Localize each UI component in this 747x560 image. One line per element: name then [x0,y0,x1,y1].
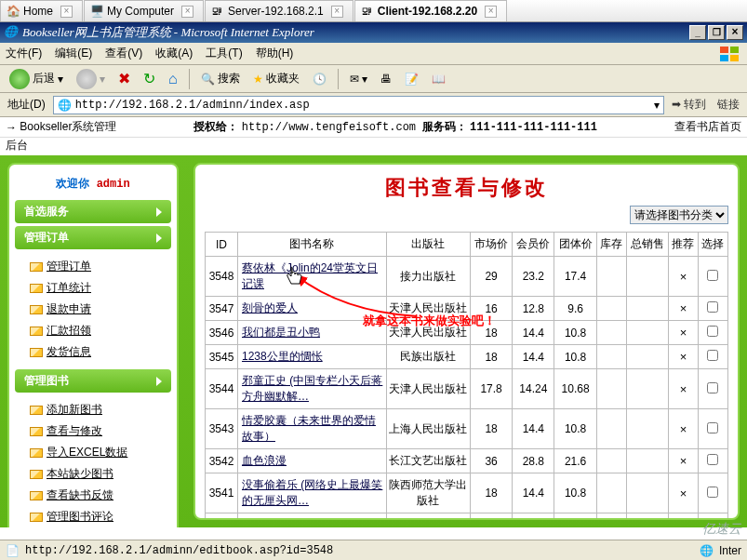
search-icon: 🔍 [201,73,215,86]
row-checkbox[interactable] [707,301,718,313]
tab-server[interactable]: 🖳 Server-192.168.2.1 × [205,0,353,21]
links-button[interactable]: 链接 [714,97,743,113]
book-link[interactable]: 1238公里的惆怅 [242,350,323,363]
sidebar-link[interactable]: 退款申请 [30,299,167,320]
address-input[interactable]: 🌐 http://192.168.2.1/adminn/index.asp ▾ [53,96,664,114]
cell-sel [698,513,727,521]
book-link[interactable]: 血色浪漫 [242,454,287,467]
history-button[interactable]: 🕓 [309,71,330,87]
x-icon[interactable]: × [680,382,687,396]
book-link[interactable]: 没事偷着乐 (网络史上最爆笑的无厘头网… [242,478,382,507]
book-link[interactable]: 刻骨的爱人 [242,301,298,314]
row-checkbox[interactable] [707,326,718,337]
research-button[interactable]: 📖 [428,71,449,87]
forward-button[interactable]: ▾ [73,67,109,91]
x-icon[interactable]: × [680,301,687,315]
mail-button[interactable]: ✉▾ [346,71,371,87]
search-button[interactable]: 🔍搜索 [197,69,244,88]
menu-tools[interactable]: 工具(T) [206,46,242,61]
book-link[interactable]: 时刻准备着（朱军自传：坦述自己的艺术… [242,518,376,520]
x-icon[interactable]: × [680,350,687,364]
cell-p3: 9.6 [554,297,596,321]
breadcrumb: → Bookseller系统管理 [6,119,116,135]
x-icon[interactable]: × [680,270,687,284]
print-button[interactable]: 🖶 [377,71,395,87]
menu-help[interactable]: 帮助(H) [256,46,294,61]
toolbar: 后退 ▾ ▾ ✖ ↻ ⌂ 🔍搜索 ★收藏夹 🕓 ✉▾ 🖶 📝 📖 [0,65,747,93]
cell-p3: 10.8 [554,473,596,513]
category-select[interactable]: 请选择图书分类 [630,206,728,224]
refresh-button[interactable]: ↻ [140,68,159,89]
server-icon: 🖳 [211,5,224,18]
table-row: 3547刻骨的爱人天津人民出版社1612.89.6× [206,297,728,321]
zone-text: Inter [719,544,741,557]
row-checkbox[interactable] [707,422,718,433]
tab-client[interactable]: 🖳 Client-192.168.2.20 × [354,0,507,21]
row-checkbox[interactable] [707,382,718,393]
row-checkbox[interactable] [707,350,718,361]
book-link[interactable]: 蔡依林《Jolin的24堂英文日记课 [242,261,378,290]
close-icon[interactable]: × [485,6,497,18]
cell-p1: 18 [470,409,512,449]
sidebar-link[interactable]: 添加新图书 [30,399,167,420]
back-button[interactable]: 后退 ▾ [6,67,67,91]
sidebar-link[interactable]: 订单统计 [30,277,167,299]
sidebar-btn-home[interactable]: 首选服务 [15,200,171,223]
cell-rec: × [668,369,698,409]
menu-file[interactable]: 文件(F) [6,46,42,61]
cell-sale [626,409,668,449]
favorites-button[interactable]: ★收藏夹 [249,69,303,88]
cell-pub: 接力出版社 [386,257,470,297]
book-link[interactable]: 我们都是丑小鸭 [242,326,320,339]
cell-sale [626,473,668,513]
sidebar-link[interactable]: 发货信息 [30,341,167,363]
book-link[interactable]: 邪童正史 (中国专栏小天后蒋方舟幽默解… [242,374,382,403]
menu-edit[interactable]: 编辑(E) [55,46,92,61]
close-icon[interactable]: × [181,6,193,18]
x-icon[interactable]: × [680,326,687,340]
menu-view[interactable]: 查看(V) [105,46,142,61]
th-sel: 选择 [698,233,727,257]
cell-p1: 29 [470,257,512,297]
th-rec: 推荐 [668,233,698,257]
sidebar-link[interactable]: 汇款招领 [30,320,167,341]
shop-link[interactable]: 查看书店首页 [674,119,741,135]
x-icon[interactable]: × [680,454,687,468]
menu-fav[interactable]: 收藏(A) [155,46,193,61]
chevron-down-icon[interactable]: ▾ [654,99,660,112]
x-icon[interactable]: × [680,422,687,436]
sidebar-link[interactable]: 管理订单 [30,256,167,277]
close-button[interactable]: × [727,25,743,40]
row-checkbox[interactable] [707,270,718,281]
go-button[interactable]: ➡ 转到 [668,97,710,113]
book-link[interactable]: 情爱胶囊（未来世界的爱情故事） [242,414,376,443]
maximize-button[interactable]: ❐ [708,25,725,40]
row-checkbox[interactable] [707,487,718,498]
cell-p2: 14.24 [513,369,554,409]
sidebar-link[interactable]: 导入EXCEL数据 [30,442,167,463]
tab-home[interactable]: 🏠 Home × [0,0,83,21]
x-icon[interactable]: × [680,487,687,500]
sidebar-btn-book[interactable]: 管理图书 [15,369,171,393]
sidebar-link[interactable]: 管理图书评论 [30,506,167,527]
home-button[interactable]: ⌂ [165,69,181,89]
sidebar-link[interactable]: 查看与修改 [30,420,167,442]
sidebar-btn-order[interactable]: 管理订单 [15,226,171,249]
cell-p2: 14.4 [513,409,554,449]
close-icon[interactable]: × [331,6,343,18]
content: 欢迎你 admin 首选服务 管理订单 管理订单 订单统计 退款申请 汇款招领 … [0,155,747,527]
sidebar-link[interactable]: 查看缺书反馈 [30,485,167,506]
close-icon[interactable]: × [60,6,73,18]
page-header: → Bookseller系统管理 授权给： http://www.tengfei… [0,117,747,138]
table-row: 3540时刻准备着（朱军自传：坦述自己的艺术…长江文艺出版社1915.211.4… [206,513,728,521]
minimize-button[interactable]: _ [689,25,706,40]
table-header-row: ID 图书名称 出版社 市场价 会员价 团体价 库存 总销售 推荐 选择 [206,233,728,257]
th-id: ID [206,233,238,257]
sidebar: 欢迎你 admin 首选服务 管理订单 管理订单 订单统计 退款申请 汇款招领 … [0,155,186,527]
row-checkbox[interactable] [707,454,718,465]
sidebar-link[interactable]: 本站缺少图书 [30,463,167,485]
stop-button[interactable]: ✖ [114,68,134,89]
url-text: http://192.168.2.1/adminn/index.asp [75,99,310,112]
edit-button[interactable]: 📝 [401,71,422,87]
tab-mycomputer[interactable]: 🖥️ My Computer × [84,0,204,21]
